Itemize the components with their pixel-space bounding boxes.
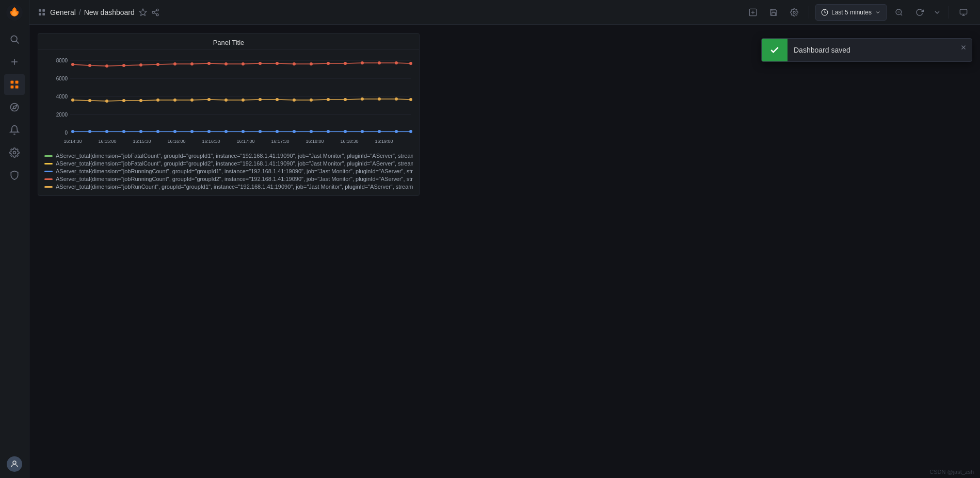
svg-point-112 — [361, 130, 364, 133]
svg-rect-5 — [11, 81, 14, 84]
close-icon — [960, 44, 967, 51]
share-icon[interactable] — [151, 8, 159, 17]
sidebar-item-search[interactable] — [4, 29, 25, 50]
svg-text:8000: 8000 — [56, 58, 68, 63]
svg-text:16:17:30: 16:17:30 — [271, 139, 289, 144]
grid-icon[interactable] — [38, 8, 46, 17]
chevron-down-icon — [875, 9, 881, 15]
svg-point-91 — [361, 97, 364, 101]
grafana-logo[interactable] — [6, 4, 23, 21]
sidebar-item-shield[interactable] — [4, 165, 25, 186]
svg-marker-16 — [139, 9, 146, 15]
legend-color-2 — [44, 163, 53, 164]
sidebar-item-configuration[interactable] — [4, 142, 25, 163]
dashboard-settings-button[interactable] — [786, 4, 802, 21]
svg-point-54 — [88, 64, 91, 67]
legend-item-4[interactable]: AServer_total{dimension="jobRunningCount… — [44, 176, 413, 182]
svg-point-17 — [156, 9, 158, 11]
svg-point-66 — [293, 62, 296, 65]
svg-point-61 — [207, 62, 211, 65]
cycle-view-button[interactable] — [955, 4, 972, 21]
legend-label-4: AServer_total{dimension="jobRunningCount… — [56, 176, 413, 182]
svg-point-63 — [242, 62, 245, 65]
svg-rect-6 — [15, 81, 19, 84]
toast-close-button[interactable] — [955, 39, 972, 61]
svg-rect-30 — [960, 9, 967, 14]
svg-rect-13 — [42, 9, 45, 12]
svg-point-92 — [378, 97, 381, 101]
svg-point-111 — [344, 130, 347, 133]
legend-label-5: AServer_total{dimension="jobRunCount", g… — [56, 184, 413, 190]
legend-item-1[interactable]: AServer_total{dimension="jobFatalCount",… — [44, 153, 413, 159]
legend-label-1: AServer_total{dimension="jobFatalCount",… — [56, 153, 413, 159]
sidebar-item-add[interactable] — [4, 52, 25, 72]
refresh-button[interactable] — [911, 4, 928, 21]
svg-rect-15 — [42, 13, 45, 15]
chart-legend: AServer_total{dimension="jobFatalCount",… — [38, 150, 419, 195]
svg-text:16:15:30: 16:15:30 — [133, 139, 151, 144]
svg-point-93 — [395, 97, 398, 101]
legend-label-2: AServer_total{dimension="jobFatalCount",… — [56, 160, 413, 167]
sidebar-item-dashboards[interactable] — [4, 74, 25, 95]
chart-svg: 8000 6000 4000 2000 0 16:14:30 16:15:00 … — [44, 55, 414, 148]
toast-notification: Dashboard saved — [761, 38, 972, 62]
footer-text: CSDN @jast_zsh — [929, 469, 974, 475]
svg-point-77 — [122, 99, 125, 102]
svg-point-88 — [310, 98, 313, 102]
star-icon[interactable] — [139, 8, 147, 17]
svg-point-64 — [259, 62, 262, 65]
svg-point-78 — [139, 99, 142, 102]
svg-rect-7 — [11, 86, 14, 89]
avatar[interactable] — [7, 456, 22, 472]
svg-point-114 — [395, 130, 398, 133]
legend-item-2[interactable]: AServer_total{dimension="jobFatalCount",… — [44, 160, 413, 167]
save-dashboard-button[interactable] — [765, 4, 782, 21]
svg-point-9 — [11, 104, 19, 111]
svg-line-28 — [901, 14, 902, 15]
svg-point-18 — [152, 11, 154, 13]
svg-point-71 — [378, 61, 381, 64]
panel: Panel Title 8000 6000 4000 2000 0 — [38, 33, 420, 196]
svg-text:16:19:00: 16:19:00 — [375, 139, 393, 144]
legend-item-5[interactable]: AServer_total{dimension="jobRunCount", g… — [44, 184, 413, 190]
topbar-right: Last 5 minutes — [745, 4, 972, 21]
svg-point-102 — [190, 130, 194, 133]
add-panel-button[interactable] — [745, 4, 761, 21]
svg-point-10 — [13, 152, 16, 154]
dashboard-canvas: Panel Title 8000 6000 4000 2000 0 — [29, 25, 980, 478]
svg-point-58 — [156, 63, 159, 66]
svg-point-95 — [71, 130, 74, 133]
svg-point-103 — [207, 130, 211, 133]
breadcrumb-parent[interactable]: General — [50, 8, 76, 17]
svg-point-108 — [293, 130, 296, 133]
svg-point-109 — [310, 130, 313, 133]
svg-point-79 — [156, 98, 159, 102]
svg-point-65 — [276, 62, 279, 65]
svg-rect-8 — [15, 86, 19, 89]
zoom-out-button[interactable] — [891, 4, 907, 21]
svg-point-53 — [71, 63, 74, 66]
svg-point-68 — [327, 62, 330, 65]
svg-point-87 — [293, 98, 296, 102]
svg-point-11 — [13, 461, 16, 464]
time-range-picker[interactable]: Last 5 minutes — [815, 4, 887, 21]
topbar-divider2 — [949, 6, 949, 19]
svg-text:4000: 4000 — [56, 94, 68, 100]
legend-label-3: AServer_total{dimension="jobRunningCount… — [56, 168, 413, 174]
legend-item-3[interactable]: AServer_total{dimension="jobRunningCount… — [44, 168, 413, 174]
svg-point-56 — [122, 64, 125, 67]
refresh-interval-button[interactable] — [932, 4, 942, 21]
svg-text:16:17:00: 16:17:00 — [236, 139, 254, 144]
svg-point-67 — [310, 62, 313, 65]
svg-text:0: 0 — [65, 130, 68, 136]
svg-point-81 — [190, 98, 194, 102]
zoom-out-icon — [895, 8, 903, 17]
svg-point-101 — [173, 130, 176, 133]
svg-point-113 — [378, 130, 381, 133]
breadcrumb-current[interactable]: New dashboard — [84, 8, 135, 17]
sidebar-item-alerting[interactable] — [4, 120, 25, 140]
sidebar-item-explore[interactable] — [4, 97, 25, 118]
svg-point-115 — [409, 130, 412, 133]
topbar-breadcrumb-icons — [139, 8, 159, 17]
svg-point-99 — [139, 130, 142, 133]
